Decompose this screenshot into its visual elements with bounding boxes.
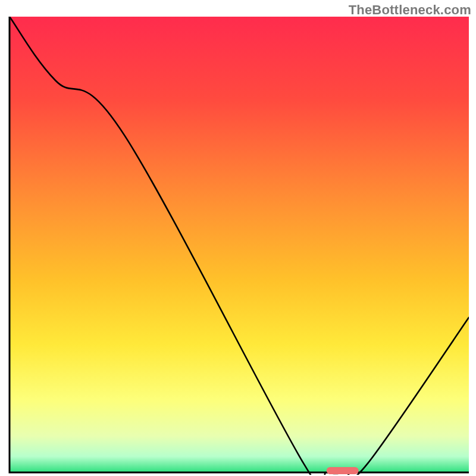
bottleneck-chart xyxy=(7,17,469,475)
chart-stage: TheBottleneck.com xyxy=(0,0,476,476)
chart-svg xyxy=(7,17,469,475)
gradient-background xyxy=(10,17,469,472)
optimal-zone-marker xyxy=(327,467,359,474)
watermark-text: TheBottleneck.com xyxy=(349,2,471,18)
